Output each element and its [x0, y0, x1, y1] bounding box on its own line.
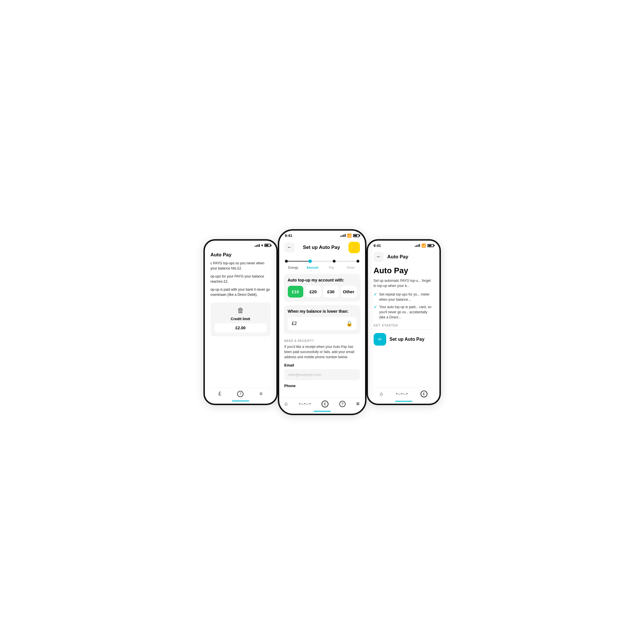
email-placeholder: sam@example.com — [288, 372, 321, 377]
nav-help-left[interactable]: ? — [237, 391, 243, 397]
step-dot-energy — [285, 260, 288, 263]
receipt-text: If you'd like a receipt when your Auto P… — [284, 344, 360, 360]
right-screen: ← Auto Pay Auto Pay Set up automatic PAY… — [368, 249, 439, 402]
auto-pay-heading: Auto Pay — [374, 266, 434, 275]
signal-icon-right — [415, 244, 420, 247]
check-item-2: ✓ Your auto top-up is paid... card, so y… — [374, 304, 434, 320]
left-header-title: Auto Pay — [211, 249, 271, 261]
battery-icon-center — [353, 234, 359, 237]
left-bottom-nav: £ ? ≡ — [211, 388, 271, 401]
status-bar-center: 9:41 📶 — [279, 231, 365, 239]
center-header: ← Set up Auto Pay ⚡ — [279, 239, 365, 256]
progress-steps — [279, 256, 365, 265]
signal-icon — [255, 244, 260, 247]
battery-icon-right — [427, 244, 434, 247]
nav-nodes-right[interactable]: ⚬—⚬—⚬ — [395, 392, 408, 396]
check-text-2: Your auto top-up is paid... card, so you… — [379, 304, 434, 320]
phone-label: Phone — [284, 384, 360, 388]
phone-left: ▾ Auto Pay c PAYG top-ups so you never w… — [203, 239, 278, 405]
nav-menu-left[interactable]: ≡ — [259, 391, 263, 397]
left-text-1: c PAYG top-ups so you never when your ba… — [211, 261, 271, 271]
infinity-icon: ∞ — [374, 333, 386, 346]
nav-accent-center — [314, 411, 331, 412]
nav-help-center[interactable]: ? — [339, 401, 346, 407]
status-bar-left: ▾ — [205, 241, 276, 249]
step-dot-pay — [333, 260, 336, 263]
amount-btn-other[interactable]: Other — [341, 286, 356, 298]
check-item-1: ✓ Set repeat top-ups for yo... meter whe… — [374, 292, 434, 302]
lock-icon: 🔒 — [346, 320, 352, 327]
check-mark-1: ✓ — [374, 292, 377, 297]
battery-icon — [264, 244, 271, 247]
signal-icon-center — [340, 234, 346, 237]
receipt-label: NEED A RECEIPT? — [284, 339, 360, 342]
balance-card-title: When my balance is lower than: — [288, 309, 356, 314]
wifi-icon: ▾ — [261, 243, 263, 247]
nav-accent-right — [395, 401, 412, 402]
left-content: c PAYG top-ups so you never when your ba… — [211, 261, 271, 300]
nav-pound-center[interactable]: £ — [322, 401, 328, 407]
check-text-1: Set repeat top-ups for yo... meter when … — [379, 292, 434, 302]
scene: ▾ Auto Pay c PAYG top-ups so you never w… — [165, 229, 479, 415]
receipt-section: NEED A RECEIPT? If you'd like a receipt … — [279, 336, 365, 393]
step-label-energy: Energy — [284, 266, 303, 269]
back-button-center[interactable]: ← — [284, 242, 295, 253]
wifi-icon-right: 📶 — [421, 243, 426, 248]
time-right: 9:41 — [374, 243, 381, 248]
step-label-pay: Pay — [322, 266, 341, 269]
phone-right: 9:41 📶 ← Auto Pay Auto Pay Set u — [366, 239, 441, 405]
nav-home-center[interactable]: ⌂ — [284, 401, 288, 407]
balance-amount: £2 — [292, 321, 297, 326]
center-screen: ← Set up Auto Pay ⚡ Energy Amount Pay Do… — [279, 239, 365, 412]
setup-autopay-button[interactable]: ∞ Set up Auto Pay — [374, 333, 434, 346]
divider — [374, 329, 434, 330]
balance-display: £2 🔒 — [288, 317, 356, 330]
nav-home-right[interactable]: ⌂ — [380, 391, 383, 397]
left-text-2: op-ups for your PAYG your balance reache… — [211, 274, 271, 284]
amount-btn-10[interactable]: £10 — [288, 286, 303, 298]
amount-btn-20[interactable]: £20 — [306, 286, 321, 298]
right-title: Auto Pay — [387, 254, 409, 260]
credit-limit-card: 🗑 Credit limit £2.00 — [211, 302, 271, 336]
nav-pound-left[interactable]: £ — [218, 391, 221, 397]
time-center: 9:41 — [285, 233, 292, 238]
center-title: Set up Auto Pay — [303, 245, 340, 250]
lightning-button[interactable]: ⚡ — [348, 242, 360, 253]
step-dot-amount — [308, 259, 312, 263]
setup-autopay-label: Set up Auto Pay — [390, 337, 425, 342]
step-label-amount: Amount — [303, 266, 322, 269]
nav-nodes-center[interactable]: ⚬—⚬—⚬ — [298, 402, 311, 406]
left-screen: Auto Pay c PAYG top-ups so you never whe… — [205, 249, 276, 401]
step-line-1 — [288, 261, 309, 261]
right-content: Auto Pay Set up automatic PAYG top-u... … — [374, 265, 434, 347]
center-bottom-nav: ⌂ ⚬—⚬—⚬ £ ? ≡ — [279, 397, 365, 411]
check-mark-2: ✓ — [374, 305, 377, 309]
auto-pay-description: Set up automatic PAYG top-u... forget to… — [374, 278, 434, 288]
credit-limit-label: Credit limit — [231, 317, 250, 321]
nav-menu-center[interactable]: ≡ — [356, 401, 360, 407]
status-icons-left: ▾ — [255, 243, 271, 247]
topup-card: Auto top-up my account with: £10 £20 £30… — [284, 274, 360, 302]
amount-buttons: £10 £20 £30 Other — [288, 286, 356, 298]
right-bottom-nav: ⌂ ⚬—⚬—⚬ £ — [374, 387, 434, 401]
topup-card-title: Auto top-up my account with: — [288, 278, 356, 282]
right-header: ← Auto Pay — [374, 249, 434, 265]
step-label-done: Done — [341, 266, 360, 269]
step-line-3 — [336, 261, 356, 261]
email-input[interactable]: sam@example.com — [284, 369, 360, 380]
amount-btn-30[interactable]: £30 — [323, 286, 339, 298]
balance-card: When my balance is lower than: £2 🔒 — [284, 305, 360, 334]
left-text-3: op-up is paid with your bank ll never go… — [211, 287, 271, 297]
credit-limit-value: £2.00 — [215, 323, 267, 332]
nav-pound-right[interactable]: £ — [421, 391, 427, 397]
get-started-label: GET STARTED — [374, 324, 434, 327]
phone-center: 9:41 📶 ← Set up Auto Pay ⚡ — [278, 229, 366, 415]
wifi-icon-center: 📶 — [347, 233, 352, 238]
status-icons-right: 📶 — [415, 243, 434, 248]
trash-icon[interactable]: 🗑 — [237, 306, 244, 314]
step-line-2 — [312, 261, 333, 261]
status-icons-center: 📶 — [340, 233, 359, 238]
back-button-right[interactable]: ← — [374, 252, 384, 262]
step-labels: Energy Amount Pay Done — [279, 265, 365, 272]
step-dot-done — [356, 260, 359, 263]
